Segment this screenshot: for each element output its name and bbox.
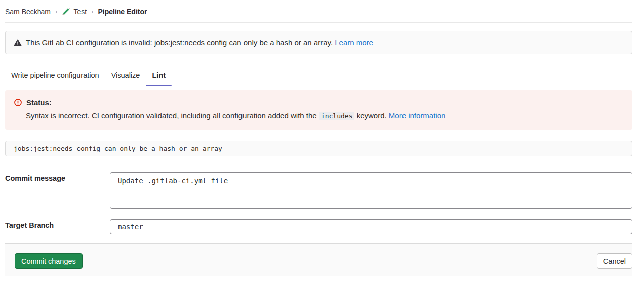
cancel-button[interactable]: Cancel xyxy=(597,253,632,269)
tab-visualize[interactable]: Visualize xyxy=(105,69,146,86)
lint-result-message: jobs:jest:needs config can only be a has… xyxy=(5,141,632,156)
project-avatar-pencil-icon xyxy=(62,7,70,16)
status-title: Status: xyxy=(26,98,52,107)
target-branch-label: Target Branch xyxy=(5,219,110,234)
breadcrumb-project-link[interactable]: Test xyxy=(73,8,87,16)
target-branch-input[interactable] xyxy=(110,219,632,234)
breadcrumb-owner-link[interactable]: Sam Beckham xyxy=(5,8,51,16)
commit-form: Commit message Update .gitlab-ci.yml fil… xyxy=(5,172,632,234)
learn-more-link[interactable]: Learn more xyxy=(335,38,373,47)
breadcrumb-separator: › xyxy=(55,8,57,15)
warning-icon xyxy=(14,39,22,47)
alert-text: This GitLab CI configuration is invalid:… xyxy=(26,38,373,47)
breadcrumb-page-title: Pipeline Editor xyxy=(98,8,147,16)
ci-invalid-alert: This GitLab CI configuration is invalid:… xyxy=(5,31,632,54)
form-actions-bar: Commit changes Cancel xyxy=(5,243,632,276)
pipeline-editor-page: Sam Beckham › Test › Pipeline Editor xyxy=(0,0,644,276)
breadcrumb-separator: › xyxy=(91,8,93,15)
lint-status-panel: Status: Syntax is incorrect. CI configur… xyxy=(5,90,632,130)
pipeline-editor-tabs: Write pipeline configuration Visualize L… xyxy=(5,69,632,86)
error-circle-icon xyxy=(14,99,22,106)
commit-message-label: Commit message xyxy=(5,172,110,210)
breadcrumb: Sam Beckham › Test › Pipeline Editor xyxy=(5,0,632,23)
tab-write-pipeline-configuration[interactable]: Write pipeline configuration xyxy=(5,69,105,86)
commit-changes-button[interactable]: Commit changes xyxy=(15,253,83,269)
commit-message-input[interactable]: Update .gitlab-ci.yml file xyxy=(110,172,632,209)
status-message: Syntax is incorrect. CI configuration va… xyxy=(26,111,623,121)
tab-lint[interactable]: Lint xyxy=(146,69,172,86)
more-information-link[interactable]: More information xyxy=(389,111,446,120)
includes-keyword-code: includes xyxy=(319,112,355,120)
